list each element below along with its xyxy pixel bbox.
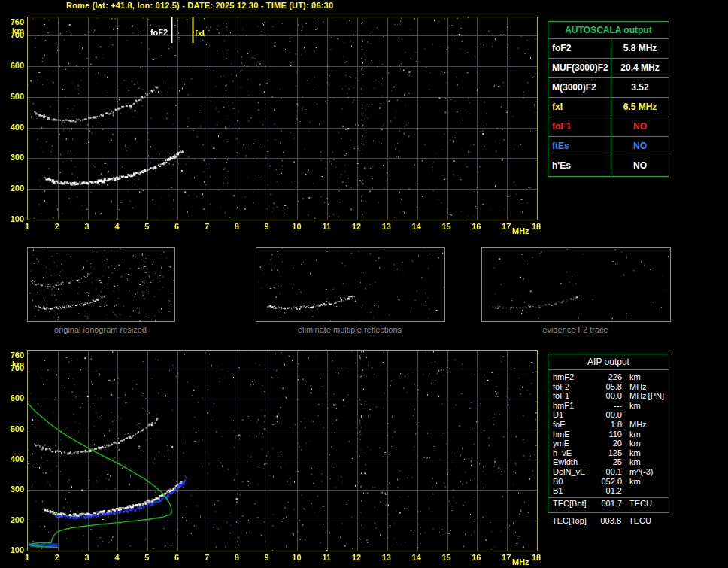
x-tick-label: 7 bbox=[199, 222, 214, 231]
x-tick-label: 11 bbox=[319, 222, 334, 231]
marker-label-fxi: fxI bbox=[195, 29, 205, 38]
thumbnail-original-ionogram bbox=[27, 247, 175, 322]
autoscala-row: M(3000)F23.52 bbox=[548, 78, 669, 98]
aip-row-label: hmF2 bbox=[553, 372, 596, 382]
aip-row: B0052.0km bbox=[548, 477, 669, 487]
x-tick-label: 12 bbox=[349, 222, 364, 231]
aip-output-panel: AIP output hmF2226kmfoF205.8MHzfoF100.0M… bbox=[548, 354, 669, 513]
x-tick-label: 9 bbox=[259, 222, 275, 231]
aip-row-unit: m^(-3) bbox=[629, 467, 653, 477]
autoscala-row: fxI6.5 MHz bbox=[548, 98, 669, 117]
aip-row-unit: MHz bbox=[629, 382, 647, 392]
autoscala-row-value: NO bbox=[611, 117, 669, 136]
aip-row: hmF2226km bbox=[548, 372, 669, 382]
autoscala-row-label: M(3000)F2 bbox=[548, 78, 611, 97]
autoscala-row-label: foF1 bbox=[548, 117, 611, 136]
aip-row-value: 125 bbox=[596, 448, 622, 458]
x-tick-label: 18 bbox=[529, 553, 544, 562]
aip-row-unit: MHz bbox=[629, 420, 647, 430]
x-tick-label: 16 bbox=[469, 222, 484, 231]
aip-row-label: hmF1 bbox=[553, 401, 596, 411]
aip-row: hmF1---km bbox=[548, 401, 669, 411]
aip-row-value: 1.8 bbox=[596, 420, 622, 430]
aip-row-label: TEC[Bot] bbox=[553, 499, 596, 509]
aip-row: ymE20km bbox=[548, 439, 669, 448]
aip-row-note: [PN] bbox=[648, 391, 664, 401]
aip-row-value: 00.0 bbox=[596, 391, 622, 401]
y-tick-label: 760 bbox=[3, 351, 24, 360]
aip-row-value: 20 bbox=[596, 439, 622, 448]
x-tick-label: 10 bbox=[289, 553, 304, 562]
autoscala-row-label: fxI bbox=[548, 98, 611, 117]
aip-row: foF205.8MHz bbox=[548, 382, 669, 392]
aip-row-label: foF1 bbox=[553, 391, 596, 401]
autoscala-window: Rome (lat: +41.8, lon: 012.5) - DATE: 20… bbox=[0, 0, 728, 568]
x-tick-label: 5 bbox=[139, 553, 154, 562]
x-tick-label: 6 bbox=[169, 222, 184, 231]
aip-row-label: hmE bbox=[553, 430, 596, 439]
y-tick-label: 300 bbox=[3, 484, 24, 494]
aip-row-value: 25 bbox=[596, 457, 622, 467]
x-tick-label: 7 bbox=[199, 553, 214, 562]
aip-row-value: 01.2 bbox=[596, 486, 622, 496]
thumbnail-caption: eliminate multiple reflections bbox=[256, 325, 444, 334]
x-tick-label: 2 bbox=[50, 553, 65, 562]
aip-row: B101.2 bbox=[548, 486, 669, 496]
aip-row-value: 052.0 bbox=[596, 477, 622, 487]
autoscala-rows: foF25.8 MHzMUF(3000)F220.4 MHzM(3000)F23… bbox=[548, 39, 669, 176]
aip-panel-title: AIP output bbox=[548, 354, 669, 370]
autoscala-row: MUF(3000)F220.4 MHz bbox=[548, 59, 669, 78]
aip-tec-bot-container: TEC[Bot]001.7TECU bbox=[548, 499, 669, 509]
aip-row-unit: km bbox=[629, 401, 641, 411]
aip-row-unit: km bbox=[629, 372, 641, 382]
aip-row-label: DelN_vE bbox=[553, 467, 596, 477]
aip-row-value: --- bbox=[596, 401, 622, 411]
autoscala-row-value: 20.4 MHz bbox=[611, 59, 669, 77]
autoscala-output-panel: AUTOSCALA output foF25.8 MHzMUF(3000)F22… bbox=[548, 21, 669, 177]
autoscala-row-value: 5.8 MHz bbox=[611, 39, 669, 58]
autoscala-row-label: ftEs bbox=[548, 137, 611, 156]
x-tick-label: 3 bbox=[80, 553, 95, 562]
x-tick-label: 8 bbox=[229, 222, 244, 231]
top-ionogram-canvas bbox=[27, 17, 538, 220]
aip-row-value: 05.8 bbox=[596, 382, 622, 392]
y-tick-label: 100 bbox=[3, 214, 24, 223]
aip-rows: hmF2226kmfoF205.8MHzfoF100.0MHz[PN]hmF1-… bbox=[548, 370, 669, 496]
autoscala-row: ftEsNO bbox=[548, 137, 669, 156]
thumbnail-caption: original ionogram resized bbox=[27, 325, 174, 334]
aip-tec-top-container: TEC[Top]003.8TECU bbox=[548, 516, 669, 526]
aip-row-unit: TECU bbox=[629, 516, 651, 526]
autoscala-row-value: NO bbox=[611, 137, 669, 156]
autoscala-row-label: MUF(3000)F2 bbox=[548, 59, 611, 77]
x-tick-label: 10 bbox=[289, 222, 304, 231]
y-tick-label: 500 bbox=[3, 92, 24, 101]
aip-row: TEC[Top]003.8TECU bbox=[548, 516, 669, 526]
aip-row-unit: km bbox=[629, 457, 641, 467]
x-tick-label: 14 bbox=[409, 553, 424, 562]
aip-row-value: 001.7 bbox=[596, 499, 622, 509]
aip-row-label: foF2 bbox=[553, 382, 596, 392]
thumbnail-caption: evidence F2 trace bbox=[481, 325, 669, 334]
aip-row-unit: km bbox=[629, 477, 641, 487]
y-axis-unit: km bbox=[3, 26, 24, 35]
aip-row-unit: TECU bbox=[629, 499, 652, 509]
aip-row-label: ymE bbox=[553, 439, 596, 448]
aip-row-value: 110 bbox=[596, 430, 622, 439]
aip-row: h_vE125km bbox=[548, 448, 669, 458]
x-tick-label: 5 bbox=[139, 222, 154, 231]
autoscala-row-value: NO bbox=[611, 156, 669, 176]
x-tick-label: 15 bbox=[439, 222, 454, 231]
x-tick-label: 12 bbox=[349, 553, 364, 562]
aip-row-label: B0 bbox=[553, 477, 596, 487]
autoscala-row-value: 3.52 bbox=[611, 78, 669, 97]
aip-row: D100.0 bbox=[548, 410, 669, 420]
y-tick-label: 100 bbox=[3, 545, 24, 554]
aip-row-unit: MHz bbox=[629, 391, 647, 401]
aip-row-value: 00.0 bbox=[596, 410, 622, 420]
thumbnail-eliminate-reflections bbox=[256, 247, 445, 322]
y-tick-label: 200 bbox=[3, 184, 24, 193]
thumbnail-evidence-f2-trace bbox=[481, 247, 671, 322]
aip-row-unit: km bbox=[629, 439, 641, 448]
aip-row-label: B1 bbox=[553, 486, 596, 496]
x-tick-label: 14 bbox=[409, 222, 424, 231]
